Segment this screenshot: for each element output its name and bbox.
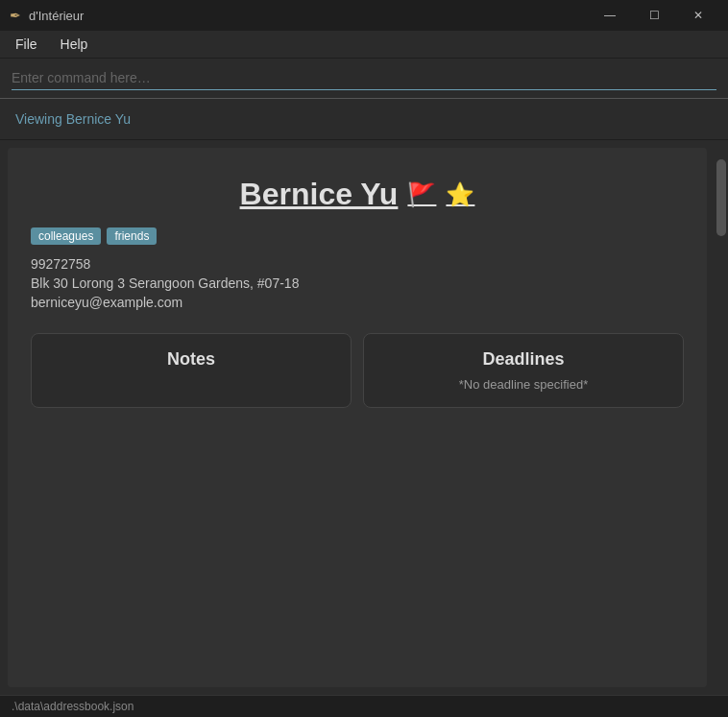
title-bar-controls: — ☐ ✕ xyxy=(588,0,720,31)
command-bar xyxy=(0,59,728,99)
notes-card[interactable]: Notes xyxy=(31,333,352,408)
scrollbar-track[interactable] xyxy=(715,148,728,687)
notes-title: Notes xyxy=(47,349,335,370)
flag-icon: 🚩 xyxy=(407,181,436,208)
scrollbar-thumb[interactable] xyxy=(716,159,726,236)
command-input[interactable] xyxy=(12,66,716,90)
title-bar: ✒ d'Intérieur — ☐ ✕ xyxy=(0,0,728,31)
main-content: Bernice Yu 🚩 ⭐ colleagues friends 992727… xyxy=(0,140,728,695)
menu-file[interactable]: File xyxy=(8,35,45,54)
cards-row: Notes Deadlines *No deadline specified* xyxy=(31,333,684,408)
viewing-text: Viewing Bernice Yu xyxy=(15,111,131,127)
app-title: d'Intérieur xyxy=(29,9,84,23)
title-bar-left: ✒ d'Intérieur xyxy=(8,8,84,23)
tag-colleagues: colleagues xyxy=(31,227,101,245)
status-path: .\data\addressbook.json xyxy=(12,700,133,713)
email: berniceyu@example.com xyxy=(31,295,684,310)
address: Blk 30 Lorong 3 Serangoon Gardens, #07-1… xyxy=(31,275,684,291)
deadlines-card[interactable]: Deadlines *No deadline specified* xyxy=(363,333,684,408)
close-button[interactable]: ✕ xyxy=(676,0,720,31)
app-icon: ✒ xyxy=(8,8,23,23)
maximize-button[interactable]: ☐ xyxy=(632,0,676,31)
person-name-text: Bernice Yu xyxy=(240,177,399,212)
deadlines-content: *No deadline specified* xyxy=(379,377,667,392)
viewing-bar: Viewing Bernice Yu xyxy=(0,99,728,140)
menu-help[interactable]: Help xyxy=(53,35,96,54)
menu-bar: File Help xyxy=(0,31,728,59)
phone-number: 99272758 xyxy=(31,256,684,272)
status-bar: .\data\addressbook.json xyxy=(0,695,728,717)
deadlines-title: Deadlines xyxy=(379,349,667,370)
person-name-header: Bernice Yu 🚩 ⭐ xyxy=(31,177,684,212)
tags-container: colleagues friends xyxy=(31,227,684,245)
empty-area xyxy=(31,419,684,592)
tag-friends: friends xyxy=(107,227,157,245)
content-with-scroll: Bernice Yu 🚩 ⭐ colleagues friends 992727… xyxy=(0,140,728,695)
star-icon: ⭐ xyxy=(446,181,474,208)
content-panel: Bernice Yu 🚩 ⭐ colleagues friends 992727… xyxy=(8,148,707,687)
minimize-button[interactable]: — xyxy=(588,0,632,31)
contact-info: 99272758 Blk 30 Lorong 3 Serangoon Garde… xyxy=(31,256,684,310)
